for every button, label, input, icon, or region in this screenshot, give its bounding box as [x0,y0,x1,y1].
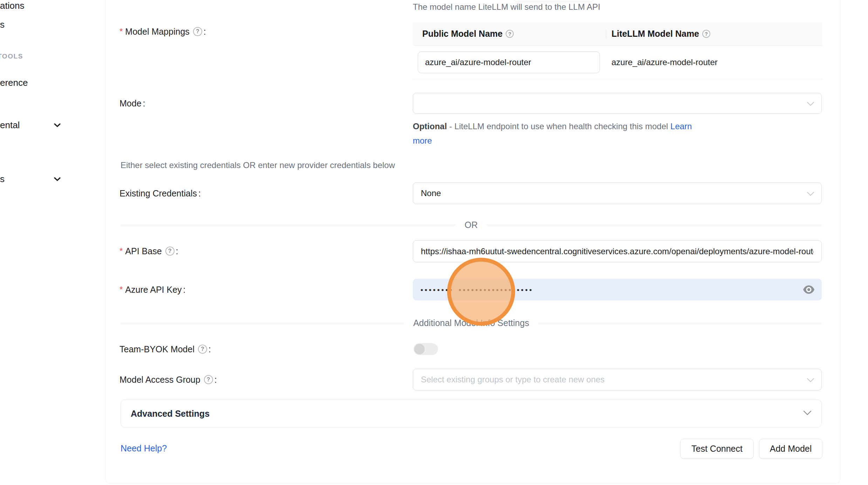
sidebar-item[interactable]: erence [0,77,28,88]
sidebar-item[interactable]: s [0,174,5,185]
help-icon[interactable]: ? [198,345,207,354]
required-asterisk: * [119,246,123,256]
azure-api-key-input[interactable]: •••••••• •••••••••••••••••• [413,279,822,300]
sidebar-section-label: TOOLS [0,53,23,60]
help-icon[interactable]: ? [702,30,710,38]
required-asterisk: * [119,27,123,36]
sidebar-item[interactable]: s [0,19,5,30]
help-icon[interactable]: ? [165,247,175,256]
chevron-down-icon [807,98,814,108]
chevron-down-icon [803,410,812,417]
additional-settings-divider-label: Additional Model Info Settings [413,318,529,328]
mode-label: Mode : [119,95,145,112]
model-mappings-label: * Model Mappings ? : [119,23,206,40]
chevron-down-icon [807,188,814,198]
table-header-row: Public Model Name ? LiteLLM Model Name ? [413,22,822,46]
public-model-name-input[interactable] [418,51,600,73]
help-icon[interactable]: ? [204,375,213,384]
help-icon[interactable]: ? [506,30,514,38]
model-name-hint: The model name LiteLLM will send to the … [413,2,600,12]
toggle-knob [414,344,425,354]
existing-credentials-select[interactable]: None [413,182,822,204]
model-access-group-select[interactable]: Select existing groups or type to create… [413,369,822,390]
eye-icon[interactable] [803,285,815,294]
model-access-group-label: Model Access Group ? : [119,371,217,388]
masked-password-dots: •••••••••••••••••• [459,286,533,293]
help-icon[interactable]: ? [193,27,202,36]
credentials-note: Either select existing credentials OR en… [121,160,395,170]
mode-help-text: Optional - LiteLLM endpoint to use when … [413,119,709,148]
need-help-link[interactable]: Need Help? [121,443,167,453]
advanced-settings-panel[interactable]: Advanced Settings [121,400,822,428]
azure-api-key-label: * Azure API Key : [119,281,186,298]
chevron-down-icon [807,375,814,384]
or-divider-label: OR [465,220,478,230]
sidebar-item[interactable]: ental [0,120,20,131]
column-header-public-model-name: Public Model Name ? [413,22,606,45]
advanced-settings-title: Advanced Settings [131,409,210,419]
sidebar-item[interactable]: ations [0,0,24,11]
or-divider: OR [121,220,822,230]
column-header-litellm-model-name: LiteLLM Model Name ? [606,22,822,45]
table-row: azure_ai/azure-model-router [413,46,822,79]
litellm-model-name-value: azure_ai/azure-model-router [611,57,718,67]
api-base-input[interactable] [413,240,822,262]
existing-credentials-label: Existing Credentials : [119,185,201,202]
column-separator [606,29,606,39]
team-byok-toggle[interactable] [414,343,438,355]
required-asterisk: * [119,285,123,295]
add-model-button[interactable]: Add Model [759,439,822,459]
additional-settings-divider: Additional Model Info Settings [121,318,822,328]
chevron-down-icon[interactable] [54,176,61,183]
masked-password-dots: •••••••• [421,286,454,293]
mode-select[interactable] [413,93,822,114]
model-access-group-placeholder: Select existing groups or type to create… [421,375,604,384]
model-mappings-table: Public Model Name ? LiteLLM Model Name ?… [413,22,822,79]
test-connect-button[interactable]: Test Connect [680,439,754,459]
team-byok-label: Team-BYOK Model ? : [119,341,211,358]
api-base-label: * API Base ? : [119,243,178,259]
existing-credentials-value: None [421,188,441,198]
chevron-down-icon[interactable] [54,123,61,129]
